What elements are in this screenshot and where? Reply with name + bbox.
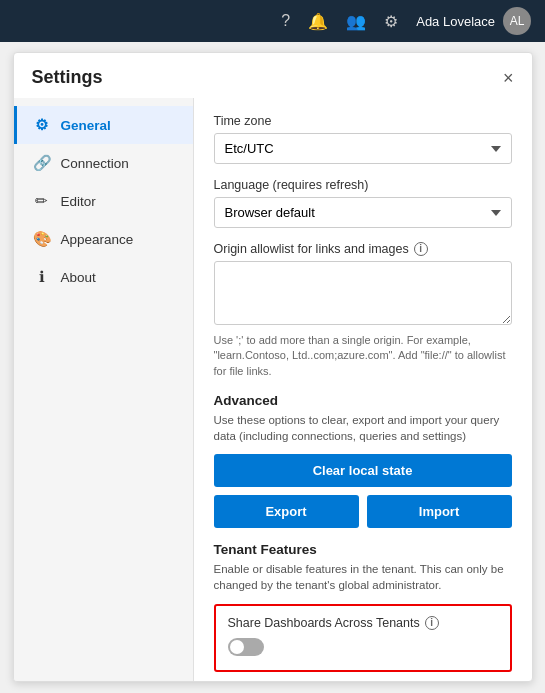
- allowlist-help: Use ';' to add more than a single origin…: [214, 333, 512, 379]
- tenant-box-title-row: Share Dashboards Across Tenants i: [228, 616, 498, 630]
- tenant-features-section: Tenant Features Enable or disable featur…: [214, 542, 512, 671]
- sidebar-label-about: About: [61, 270, 96, 285]
- allowlist-textarea[interactable]: [214, 261, 512, 325]
- username-label: Ada Lovelace: [416, 14, 495, 29]
- sidebar-label-general: General: [61, 118, 111, 133]
- sidebar-label-connection: Connection: [61, 156, 129, 171]
- close-button[interactable]: ×: [503, 69, 514, 87]
- notifications-icon[interactable]: 🔔: [308, 12, 328, 31]
- tenant-box: Share Dashboards Across Tenants i: [214, 604, 512, 672]
- language-select[interactable]: Browser default English French German Sp…: [214, 197, 512, 228]
- sidebar-item-editor[interactable]: ✏ Editor: [14, 182, 193, 220]
- sidebar-item-about[interactable]: ℹ About: [14, 258, 193, 296]
- help-icon[interactable]: ?: [281, 12, 290, 30]
- tenant-info-icon[interactable]: i: [425, 616, 439, 630]
- advanced-title: Advanced: [214, 393, 512, 408]
- about-icon: ℹ: [33, 268, 51, 286]
- editor-icon: ✏: [33, 192, 51, 210]
- tenant-box-label: Share Dashboards Across Tenants: [228, 616, 420, 630]
- settings-panel: Settings × ⚙ General 🔗 Connection ✏ Edit…: [13, 52, 533, 682]
- tenant-desc: Enable or disable features in the tenant…: [214, 561, 512, 593]
- sidebar-item-connection[interactable]: 🔗 Connection: [14, 144, 193, 182]
- allowlist-info-icon[interactable]: i: [414, 242, 428, 256]
- appearance-icon: 🎨: [33, 230, 51, 248]
- sidebar-label-editor: Editor: [61, 194, 96, 209]
- gear-icon[interactable]: ⚙: [384, 12, 398, 31]
- timezone-group: Time zone Etc/UTC America/New_York Ameri…: [214, 114, 512, 164]
- sidebar-item-appearance[interactable]: 🎨 Appearance: [14, 220, 193, 258]
- language-group: Language (requires refresh) Browser defa…: [214, 178, 512, 228]
- topbar: ? 🔔 👥 ⚙ Ada Lovelace AL: [0, 0, 545, 42]
- settings-title: Settings: [32, 67, 103, 88]
- settings-sidebar: ⚙ General 🔗 Connection ✏ Editor 🎨 Appear…: [14, 98, 194, 681]
- sidebar-label-appearance: Appearance: [61, 232, 134, 247]
- timezone-select[interactable]: Etc/UTC America/New_York America/Los_Ang…: [214, 133, 512, 164]
- toggle-thumb: [230, 640, 244, 654]
- allowlist-label: Origin allowlist for links and images i: [214, 242, 512, 256]
- sidebar-item-general[interactable]: ⚙ General: [14, 106, 193, 144]
- settings-main: Time zone Etc/UTC America/New_York Ameri…: [194, 98, 532, 681]
- import-button[interactable]: Import: [367, 495, 512, 528]
- settings-body: ⚙ General 🔗 Connection ✏ Editor 🎨 Appear…: [14, 98, 532, 681]
- export-import-row: Export Import: [214, 495, 512, 528]
- connection-icon: 🔗: [33, 154, 51, 172]
- avatar: AL: [503, 7, 531, 35]
- language-label: Language (requires refresh): [214, 178, 512, 192]
- share-dashboards-toggle[interactable]: [228, 638, 264, 656]
- advanced-group: Advanced Use these options to clear, exp…: [214, 393, 512, 528]
- timezone-label: Time zone: [214, 114, 512, 128]
- advanced-desc: Use these options to clear, export and i…: [214, 412, 512, 444]
- allowlist-group: Origin allowlist for links and images i …: [214, 242, 512, 379]
- settings-header: Settings ×: [14, 53, 532, 98]
- general-icon: ⚙: [33, 116, 51, 134]
- tenant-title: Tenant Features: [214, 542, 512, 557]
- clear-local-state-button[interactable]: Clear local state: [214, 454, 512, 487]
- people-icon[interactable]: 👥: [346, 12, 366, 31]
- user-menu[interactable]: Ada Lovelace AL: [416, 7, 531, 35]
- export-button[interactable]: Export: [214, 495, 359, 528]
